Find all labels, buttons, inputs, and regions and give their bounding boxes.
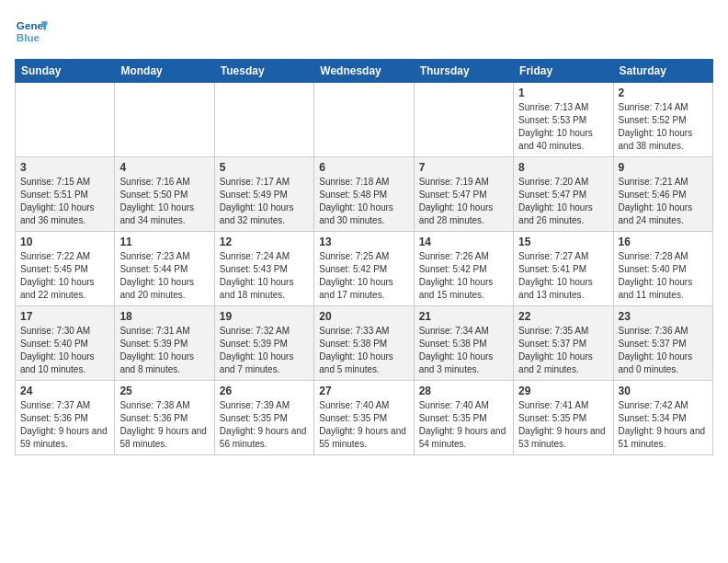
day-info: Sunrise: 7:22 AMSunset: 5:45 PMDaylight:… bbox=[20, 250, 109, 302]
calendar-day-cell: 23Sunrise: 7:36 AMSunset: 5:37 PMDayligh… bbox=[613, 306, 712, 381]
calendar-day-cell: 28Sunrise: 7:40 AMSunset: 5:35 PMDayligh… bbox=[414, 381, 513, 455]
day-number: 28 bbox=[419, 385, 508, 397]
calendar-day-cell: 17Sunrise: 7:30 AMSunset: 5:40 PMDayligh… bbox=[16, 306, 115, 381]
calendar-day-cell: 8Sunrise: 7:20 AMSunset: 5:47 PMDaylight… bbox=[514, 157, 613, 232]
calendar-day-cell: 19Sunrise: 7:32 AMSunset: 5:39 PMDayligh… bbox=[214, 306, 313, 381]
day-number: 8 bbox=[518, 161, 608, 174]
calendar-day-cell: 25Sunrise: 7:38 AMSunset: 5:36 PMDayligh… bbox=[115, 381, 214, 455]
calendar-day-cell: 14Sunrise: 7:26 AMSunset: 5:42 PMDayligh… bbox=[414, 232, 513, 306]
calendar-day-cell: 15Sunrise: 7:27 AMSunset: 5:41 PMDayligh… bbox=[514, 232, 613, 306]
calendar-day-cell: 11Sunrise: 7:23 AMSunset: 5:44 PMDayligh… bbox=[115, 232, 214, 306]
day-number: 17 bbox=[20, 310, 109, 323]
day-number: 3 bbox=[20, 161, 109, 174]
weekday-header-row: SundayMondayTuesdayWednesdayThursdayFrid… bbox=[16, 60, 713, 83]
day-number: 27 bbox=[319, 385, 408, 397]
day-number: 9 bbox=[619, 161, 708, 174]
calendar-day-cell: 10Sunrise: 7:22 AMSunset: 5:45 PMDayligh… bbox=[16, 232, 115, 306]
calendar-day-cell: 29Sunrise: 7:41 AMSunset: 5:35 PMDayligh… bbox=[514, 381, 613, 455]
calendar-day-cell: 24Sunrise: 7:37 AMSunset: 5:36 PMDayligh… bbox=[16, 381, 115, 455]
calendar-day-cell: 27Sunrise: 7:40 AMSunset: 5:35 PMDayligh… bbox=[314, 381, 414, 455]
day-info: Sunrise: 7:16 AMSunset: 5:50 PMDaylight:… bbox=[119, 176, 209, 227]
day-number: 10 bbox=[20, 236, 109, 248]
calendar-day-cell: 2Sunrise: 7:14 AMSunset: 5:52 PMDaylight… bbox=[613, 83, 712, 157]
calendar-week-row: 1Sunrise: 7:13 AMSunset: 5:53 PMDaylight… bbox=[16, 83, 713, 157]
weekday-header: Thursday bbox=[414, 60, 513, 83]
calendar-day-cell: 5Sunrise: 7:17 AMSunset: 5:49 PMDaylight… bbox=[214, 157, 313, 232]
day-info: Sunrise: 7:30 AMSunset: 5:40 PMDaylight:… bbox=[20, 325, 109, 376]
day-number: 1 bbox=[518, 86, 608, 99]
day-info: Sunrise: 7:28 AMSunset: 5:40 PMDaylight:… bbox=[619, 250, 708, 302]
calendar-day-cell: 1Sunrise: 7:13 AMSunset: 5:53 PMDaylight… bbox=[514, 83, 613, 157]
page-header: General Blue bbox=[15, 15, 713, 48]
calendar-table: SundayMondayTuesdayWednesdayThursdayFrid… bbox=[15, 59, 713, 455]
day-info: Sunrise: 7:27 AMSunset: 5:41 PMDaylight:… bbox=[518, 250, 608, 302]
day-number: 6 bbox=[319, 161, 408, 174]
calendar-day-cell: 7Sunrise: 7:19 AMSunset: 5:47 PMDaylight… bbox=[414, 157, 513, 232]
day-info: Sunrise: 7:41 AMSunset: 5:35 PMDaylight:… bbox=[518, 399, 608, 451]
day-info: Sunrise: 7:18 AMSunset: 5:48 PMDaylight:… bbox=[319, 176, 408, 227]
calendar-day-cell: 16Sunrise: 7:28 AMSunset: 5:40 PMDayligh… bbox=[613, 232, 712, 306]
day-info: Sunrise: 7:42 AMSunset: 5:34 PMDaylight:… bbox=[619, 399, 708, 451]
calendar-day-cell: 21Sunrise: 7:34 AMSunset: 5:38 PMDayligh… bbox=[414, 306, 513, 381]
calendar-day-cell: 3Sunrise: 7:15 AMSunset: 5:51 PMDaylight… bbox=[16, 157, 115, 232]
logo: General Blue bbox=[15, 15, 48, 48]
day-info: Sunrise: 7:19 AMSunset: 5:47 PMDaylight:… bbox=[419, 176, 508, 227]
calendar-week-row: 3Sunrise: 7:15 AMSunset: 5:51 PMDaylight… bbox=[16, 157, 713, 232]
day-info: Sunrise: 7:25 AMSunset: 5:42 PMDaylight:… bbox=[319, 250, 408, 302]
day-info: Sunrise: 7:38 AMSunset: 5:36 PMDaylight:… bbox=[119, 399, 209, 451]
calendar-day-cell: 26Sunrise: 7:39 AMSunset: 5:35 PMDayligh… bbox=[214, 381, 313, 455]
day-number: 13 bbox=[319, 236, 408, 248]
day-number: 29 bbox=[518, 385, 608, 397]
day-number: 20 bbox=[319, 310, 408, 323]
day-number: 30 bbox=[619, 385, 708, 397]
day-number: 7 bbox=[419, 161, 508, 174]
calendar-day-cell bbox=[16, 83, 115, 157]
day-number: 21 bbox=[419, 310, 508, 323]
calendar-day-cell: 30Sunrise: 7:42 AMSunset: 5:34 PMDayligh… bbox=[613, 381, 712, 455]
day-info: Sunrise: 7:33 AMSunset: 5:38 PMDaylight:… bbox=[319, 325, 408, 376]
calendar-day-cell bbox=[115, 83, 214, 157]
day-info: Sunrise: 7:31 AMSunset: 5:39 PMDaylight:… bbox=[119, 325, 209, 376]
calendar-day-cell bbox=[214, 83, 313, 157]
weekday-header: Sunday bbox=[16, 60, 115, 83]
calendar-day-cell: 6Sunrise: 7:18 AMSunset: 5:48 PMDaylight… bbox=[314, 157, 414, 232]
day-info: Sunrise: 7:32 AMSunset: 5:39 PMDaylight:… bbox=[220, 325, 309, 376]
day-number: 25 bbox=[119, 385, 209, 397]
calendar-day-cell: 4Sunrise: 7:16 AMSunset: 5:50 PMDaylight… bbox=[115, 157, 214, 232]
day-info: Sunrise: 7:21 AMSunset: 5:46 PMDaylight:… bbox=[619, 176, 708, 227]
calendar-day-cell: 9Sunrise: 7:21 AMSunset: 5:46 PMDaylight… bbox=[613, 157, 712, 232]
weekday-header: Friday bbox=[514, 60, 613, 83]
day-info: Sunrise: 7:13 AMSunset: 5:53 PMDaylight:… bbox=[518, 101, 608, 153]
calendar-day-cell bbox=[414, 83, 513, 157]
day-info: Sunrise: 7:24 AMSunset: 5:43 PMDaylight:… bbox=[220, 250, 309, 302]
day-info: Sunrise: 7:17 AMSunset: 5:49 PMDaylight:… bbox=[220, 176, 309, 227]
day-number: 12 bbox=[220, 236, 309, 248]
svg-text:Blue: Blue bbox=[17, 31, 40, 43]
day-number: 19 bbox=[220, 310, 309, 323]
day-number: 2 bbox=[619, 86, 708, 99]
day-info: Sunrise: 7:40 AMSunset: 5:35 PMDaylight:… bbox=[319, 399, 408, 451]
day-info: Sunrise: 7:35 AMSunset: 5:37 PMDaylight:… bbox=[518, 325, 608, 376]
day-info: Sunrise: 7:34 AMSunset: 5:38 PMDaylight:… bbox=[419, 325, 508, 376]
day-info: Sunrise: 7:40 AMSunset: 5:35 PMDaylight:… bbox=[419, 399, 508, 451]
calendar-day-cell: 12Sunrise: 7:24 AMSunset: 5:43 PMDayligh… bbox=[214, 232, 313, 306]
day-number: 15 bbox=[518, 236, 608, 248]
day-number: 11 bbox=[119, 236, 209, 248]
day-number: 14 bbox=[419, 236, 508, 248]
day-number: 4 bbox=[119, 161, 209, 174]
calendar-day-cell: 13Sunrise: 7:25 AMSunset: 5:42 PMDayligh… bbox=[314, 232, 414, 306]
day-info: Sunrise: 7:37 AMSunset: 5:36 PMDaylight:… bbox=[20, 399, 109, 451]
day-number: 5 bbox=[220, 161, 309, 174]
weekday-header: Monday bbox=[115, 60, 214, 83]
calendar-day-cell: 22Sunrise: 7:35 AMSunset: 5:37 PMDayligh… bbox=[514, 306, 613, 381]
calendar-week-row: 10Sunrise: 7:22 AMSunset: 5:45 PMDayligh… bbox=[16, 232, 713, 306]
day-info: Sunrise: 7:15 AMSunset: 5:51 PMDaylight:… bbox=[20, 176, 109, 227]
day-number: 22 bbox=[518, 310, 608, 323]
day-number: 23 bbox=[619, 310, 708, 323]
day-info: Sunrise: 7:20 AMSunset: 5:47 PMDaylight:… bbox=[518, 176, 608, 227]
calendar-week-row: 24Sunrise: 7:37 AMSunset: 5:36 PMDayligh… bbox=[16, 381, 713, 455]
day-info: Sunrise: 7:26 AMSunset: 5:42 PMDaylight:… bbox=[419, 250, 508, 302]
calendar-week-row: 17Sunrise: 7:30 AMSunset: 5:40 PMDayligh… bbox=[16, 306, 713, 381]
weekday-header: Saturday bbox=[613, 60, 712, 83]
weekday-header: Wednesday bbox=[314, 60, 414, 83]
